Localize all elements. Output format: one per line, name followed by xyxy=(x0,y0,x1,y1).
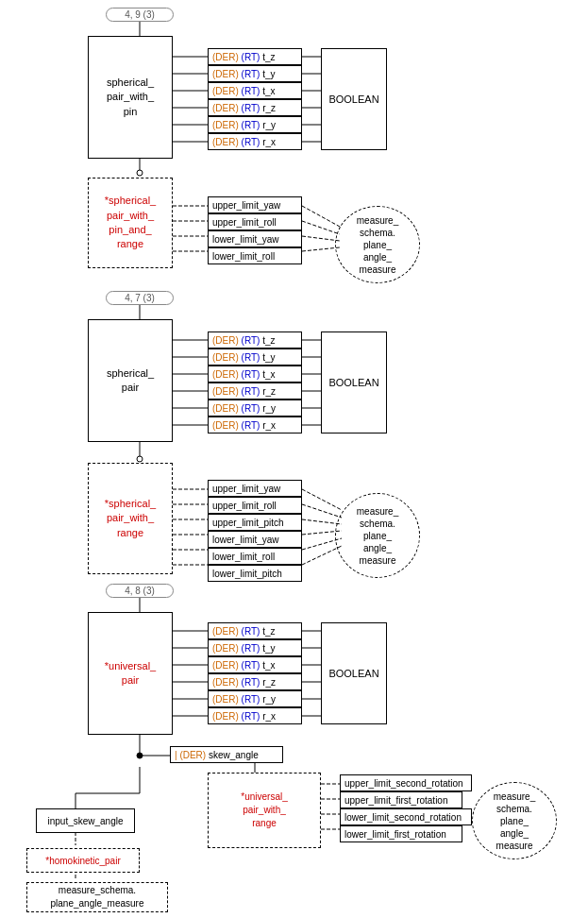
sub-field-s2-3: upper_limit_pitch xyxy=(208,514,302,531)
sub-field-s2-4: lower_limit_yaw xyxy=(208,531,302,548)
sub-field-s3-3: lower_limit_second_rotation xyxy=(340,808,472,825)
universal-pair-range-box: *universal_pair_with_range xyxy=(208,773,321,848)
field-row-s3-6: (DER) (RT) r_x xyxy=(208,707,302,724)
circle-section3: measure_schema.plane_angle_measure xyxy=(472,782,557,859)
homokinetic-pair-box: *homokinetic_pair xyxy=(26,848,140,873)
field-row-s1-2: (DER) (RT) t_y xyxy=(208,65,302,82)
field-row-s1-5: (DER) (RT) r_y xyxy=(208,116,302,133)
field-row-s3-3: (DER) (RT) t_x xyxy=(208,656,302,673)
sub-field-s2-6: lower_limit_pitch xyxy=(208,565,302,582)
field-row-s3-2: (DER) (RT) t_y xyxy=(208,639,302,656)
svg-point-65 xyxy=(137,753,143,758)
main-box-section1: spherical_ pair_with_ pin xyxy=(88,36,173,159)
sub-field-s2-2: upper_limit_roll xyxy=(208,497,302,514)
sub-field-s3-4: lower_limit_first_rotation xyxy=(340,825,462,842)
diagram: 4, 9 (3) spherical_ pair_with_ pin (DER)… xyxy=(0,0,588,918)
main-box-section2: spherical_ pair xyxy=(88,319,173,442)
circle-section2: measure_schema.plane_angle_measure xyxy=(335,493,420,578)
sub-field-s1-4: lower_limit_roll xyxy=(208,247,302,264)
field-row-s3-1: (DER) (RT) t_z xyxy=(208,622,302,639)
sub-field-s1-2: upper_limit_roll xyxy=(208,213,302,230)
sub-box-section1: *spherical_pair_with_pin_and_range xyxy=(88,178,173,268)
boolean-box-section2: BOOLEAN xyxy=(321,332,387,434)
field-row-s2-5: (DER) (RT) r_y xyxy=(208,400,302,416)
badge-section1: 4, 9 (3) xyxy=(106,8,174,22)
sub-field-s3-2: upper_limit_first_rotation xyxy=(340,791,462,808)
sub-field-s1-3: lower_limit_yaw xyxy=(208,230,302,247)
svg-line-49 xyxy=(302,546,342,565)
svg-line-45 xyxy=(302,504,342,518)
badge-section2: 4, 7 (3) xyxy=(106,291,174,305)
boolean-box-section1: BOOLEAN xyxy=(321,48,387,150)
bottom-measure-box: measure_schema.plane_angle_measure xyxy=(26,882,168,912)
sub-field-s3-1: upper_limit_second_rotation xyxy=(340,774,472,791)
field-row-s2-3: (DER) (RT) t_x xyxy=(208,366,302,382)
field-row-s3-4: (DER) (RT) r_z xyxy=(208,673,302,690)
sub-field-s2-1: upper_limit_yaw xyxy=(208,480,302,497)
svg-line-19 xyxy=(302,206,340,227)
circle-section1: measure_schema.plane_angle_measure xyxy=(335,206,420,283)
field-row-s2-1: (DER) (RT) t_z xyxy=(208,332,302,348)
field-row-s1-1: (DER) (RT) t_z xyxy=(208,48,302,65)
field-row-s2-2: (DER) (RT) t_y xyxy=(208,348,302,366)
svg-point-14 xyxy=(137,170,143,176)
der-skew-angle: | (DER) skew_angle xyxy=(170,746,283,763)
badge-section3: 4, 8 (3) xyxy=(106,584,174,598)
field-row-s2-6: (DER) (RT) r_x xyxy=(208,416,302,434)
svg-line-20 xyxy=(302,221,340,234)
svg-line-21 xyxy=(302,236,340,241)
main-box-section3: *universal_pair xyxy=(88,612,173,735)
sub-field-s1-1: upper_limit_yaw xyxy=(208,196,302,213)
sub-field-s2-5: lower_limit_roll xyxy=(208,548,302,565)
svg-line-44 xyxy=(302,489,342,510)
input-skew-angle-box: input_skew_angle xyxy=(36,808,135,833)
field-row-s2-4: (DER) (RT) r_z xyxy=(208,382,302,400)
svg-point-37 xyxy=(137,456,143,462)
field-row-s3-5: (DER) (RT) r_y xyxy=(208,690,302,707)
field-row-s1-3: (DER) (RT) t_x xyxy=(208,82,302,99)
sub-box-section2: *spherical_pair_with_range xyxy=(88,463,173,574)
field-row-s1-6: (DER) (RT) r_x xyxy=(208,133,302,150)
field-row-s1-4: (DER) (RT) r_z xyxy=(208,99,302,116)
svg-line-22 xyxy=(302,247,340,251)
boolean-box-section3: BOOLEAN xyxy=(321,622,387,724)
